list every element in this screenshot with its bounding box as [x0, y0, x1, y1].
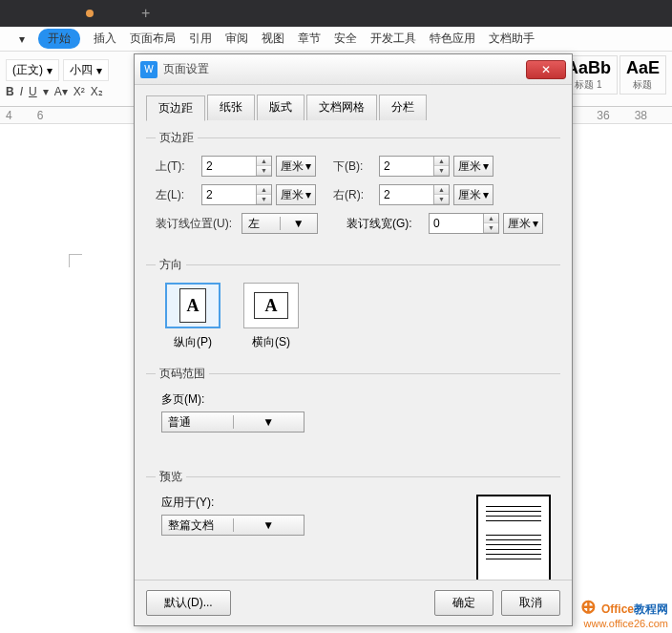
menu-helper[interactable]: 文档助手 [489, 31, 535, 47]
superscript-button[interactable]: X² [74, 85, 85, 98]
gutter-width-label: 装订线宽(G): [346, 216, 425, 232]
left-stepper[interactable]: ▲▼ [201, 184, 272, 205]
close-button[interactable]: ✕ [526, 60, 566, 79]
group-page-range: 页码范围 多页(M): 普通▼ [146, 366, 560, 444]
bottom-label: 下(B): [333, 158, 375, 175]
tab-format[interactable]: 版式 [257, 95, 304, 120]
size-select[interactable]: 小四▾ [63, 59, 109, 81]
style-gallery: AaBb标题 1 AaE标题 [559, 55, 666, 95]
ok-button[interactable]: 确定 [434, 590, 494, 616]
watermark: ⊕ Office教程网 www.office26.com [580, 595, 668, 629]
font-select[interactable]: (正文)▾ [6, 59, 59, 81]
font-color-button[interactable]: A▾ [54, 85, 68, 98]
right-label: 右(R): [333, 187, 375, 203]
italic-button[interactable]: I [20, 85, 23, 98]
page-setup-dialog: W 页面设置 ✕ 页边距 纸张 版式 文档网格 分栏 页边距 上(T): ▲▼ … [134, 53, 573, 626]
menu-ref[interactable]: 引用 [189, 31, 212, 47]
menu-bar: ▾ 开始 插入 页面布局 引用 审阅 视图 章节 安全 开发工具 特色应用 文档… [0, 27, 672, 52]
bold-button[interactable]: B [6, 85, 14, 98]
tab-paper[interactable]: 纸张 [207, 95, 255, 120]
top-unit[interactable]: 厘米▾ [276, 156, 316, 177]
wps-icon: W [140, 61, 158, 78]
dialog-footer: 默认(D)... 确定 取消 [135, 580, 572, 625]
group-margins: 页边距 上(T): ▲▼ 厘米▾ 下(B): ▲▼ 厘米▾ 左(L): ▲▼ 厘… [146, 130, 560, 253]
dialog-titlebar[interactable]: W 页面设置 ✕ [135, 54, 572, 85]
menu-layout[interactable]: 页面布局 [130, 31, 176, 47]
page-corner-icon [69, 254, 82, 267]
group-preview: 预览 应用于(Y): 整篇文档▼ [146, 469, 560, 580]
right-unit[interactable]: 厘米▾ [453, 184, 494, 205]
orientation-portrait[interactable]: A 纵向(P) [165, 283, 220, 350]
tab-margin[interactable]: 页边距 [146, 95, 205, 121]
multi-select[interactable]: 普通▼ [161, 411, 304, 433]
multi-label: 多页(M): [161, 391, 556, 408]
gutter-pos-select[interactable]: 左▼ [242, 213, 318, 234]
menu-dropdown-icon[interactable]: ▾ [19, 32, 25, 46]
apply-select[interactable]: 整篇文档▼ [161, 515, 304, 536]
dialog-tabs: 页边距 纸张 版式 文档网格 分栏 [146, 95, 560, 120]
gutter-width-stepper[interactable]: ▲▼ [429, 213, 499, 234]
menu-view[interactable]: 视图 [262, 31, 284, 47]
group-orientation: 方向 A 纵向(P) A 横向(S) [146, 257, 560, 362]
menu-chapter[interactable]: 章节 [298, 31, 321, 47]
dialog-title: 页面设置 [163, 61, 526, 77]
tab-column[interactable]: 分栏 [379, 95, 427, 120]
menu-security[interactable]: 安全 [334, 31, 357, 47]
gutter-pos-label: 装订线位置(U): [156, 216, 238, 232]
bottom-unit[interactable]: 厘米▾ [453, 156, 494, 177]
page-preview-icon [476, 495, 551, 580]
left-label: 左(L): [156, 187, 198, 203]
top-label: 上(T): [156, 158, 198, 175]
menu-insert[interactable]: 插入 [94, 31, 116, 47]
style-heading[interactable]: AaE标题 [620, 55, 666, 95]
subscript-button[interactable]: X₂ [91, 85, 103, 98]
new-tab-button[interactable]: + [132, 5, 159, 22]
underline-button[interactable]: U [29, 85, 37, 98]
cancel-button[interactable]: 取消 [501, 590, 560, 616]
menu-special[interactable]: 特色应用 [430, 31, 475, 47]
menu-review[interactable]: 审阅 [225, 31, 248, 47]
bottom-stepper[interactable]: ▲▼ [379, 156, 450, 177]
gutter-unit[interactable]: 厘米▾ [503, 213, 543, 234]
right-stepper[interactable]: ▲▼ [379, 184, 450, 205]
tab-indicator-icon [86, 10, 94, 17]
title-bar: + [0, 0, 672, 27]
left-unit[interactable]: 厘米▾ [276, 184, 316, 205]
default-button[interactable]: 默认(D)... [146, 590, 231, 616]
menu-dev[interactable]: 开发工具 [370, 31, 416, 47]
top-stepper[interactable]: ▲▼ [201, 156, 272, 177]
menu-start[interactable]: 开始 [38, 29, 80, 49]
tab-grid[interactable]: 文档网格 [306, 95, 377, 120]
orientation-landscape[interactable]: A 横向(S) [243, 283, 299, 350]
